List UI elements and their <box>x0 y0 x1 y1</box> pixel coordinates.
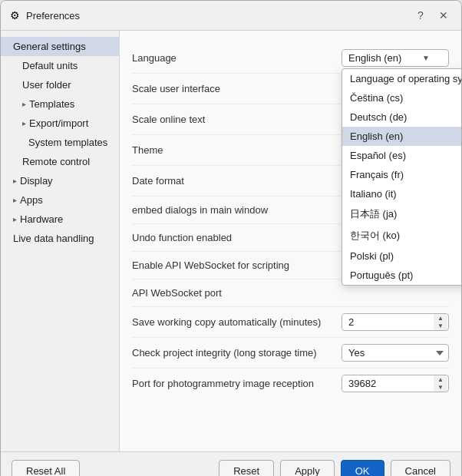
lang-option-ja[interactable]: 日本語 (ja) <box>342 203 461 225</box>
sidebar-item-system-templates[interactable]: System templates <box>1 133 119 152</box>
sidebar-label-display: Display <box>20 175 53 187</box>
title-bar: ⚙ Preferences ? ✕ <box>1 1 461 31</box>
lang-option-cs[interactable]: Čeština (cs) <box>342 88 461 107</box>
undo-function-label: Undo function enabled <box>132 232 342 243</box>
sidebar-item-user-folder[interactable]: User folder <box>1 75 119 94</box>
main-content: General settings Default units User fold… <box>1 31 461 451</box>
scale-ui-label: Scale user interface <box>132 83 342 94</box>
app-icon: ⚙ <box>10 9 20 21</box>
language-row: Language English (en) ▼ Language of oper… <box>132 43 449 74</box>
sidebar-label-apps: Apps <box>20 194 43 206</box>
sidebar-label-user-folder: User folder <box>22 79 71 91</box>
api-port-label: API WebSocket port <box>132 287 342 299</box>
dropdown-arrow-icon: ▼ <box>422 54 430 62</box>
save-working-copy-control: 2 ▲ ▼ <box>342 313 449 331</box>
sidebar-label-export-import: Export/import <box>29 117 88 129</box>
cancel-button[interactable]: Cancel <box>391 460 450 476</box>
lang-option-os[interactable]: Language of operating system <box>342 69 461 88</box>
sidebar-label-default-units: Default units <box>22 60 78 71</box>
title-bar-controls: ? ✕ <box>412 7 452 24</box>
sidebar-label-system-templates: System templates <box>28 137 107 148</box>
spinner-down-port[interactable]: ▼ <box>434 384 447 392</box>
language-select-wrapper: English (en) ▼ Language of operating sys… <box>342 49 449 67</box>
help-button[interactable]: ? <box>412 7 429 24</box>
chevron-display-icon: ▸ <box>13 177 17 185</box>
lang-option-de[interactable]: Deutsch (de) <box>342 107 461 127</box>
ok-button[interactable]: OK <box>341 460 384 476</box>
sidebar-item-templates[interactable]: ▸ Templates <box>1 94 119 114</box>
check-integrity-control: Yes <box>342 344 449 362</box>
sidebar-item-general-settings[interactable]: General settings <box>1 37 119 56</box>
lang-option-pt[interactable]: Português (pt) <box>342 266 461 285</box>
bottom-right-buttons: Reset Apply OK Cancel <box>219 460 450 476</box>
spinner-arrows-port: ▲ ▼ <box>434 375 447 392</box>
check-integrity-select[interactable]: Yes <box>342 344 449 362</box>
save-working-copy-spinner: 2 ▲ ▼ <box>342 313 449 331</box>
scale-text-label: Scale online text <box>132 114 342 125</box>
title-bar-left: ⚙ Preferences <box>10 9 80 21</box>
language-selected[interactable]: English (en) ▼ <box>342 49 449 67</box>
port-photogrammetry-control: 39682 ▲ ▼ <box>342 375 449 392</box>
lang-option-fr[interactable]: Français (fr) <box>342 165 461 184</box>
theme-label: Theme <box>132 144 342 156</box>
spinner-up-save[interactable]: ▲ <box>434 314 447 322</box>
chevron-hardware-icon: ▸ <box>13 215 17 223</box>
language-dropdown: Language of operating system Čeština (cs… <box>342 68 461 286</box>
lang-option-ko[interactable]: 한국어 (ko) <box>342 225 461 246</box>
sidebar-item-apps[interactable]: ▸ Apps <box>1 190 119 210</box>
sidebar-label-remote-control: Remote control <box>22 156 90 167</box>
port-photogrammetry-label: Port for photogrammetry image reception <box>132 378 342 389</box>
check-integrity-label: Check project integrity (long storage ti… <box>132 347 342 359</box>
lang-option-pl[interactable]: Polski (pl) <box>342 246 461 266</box>
check-integrity-row: Check project integrity (long storage ti… <box>132 338 449 369</box>
save-working-copy-input[interactable]: 2 <box>342 313 449 331</box>
chevron-export-icon: ▸ <box>22 119 26 127</box>
spinner-up-port[interactable]: ▲ <box>434 375 447 384</box>
sidebar-item-hardware[interactable]: ▸ Hardware <box>1 210 119 229</box>
sidebar-label-live-data-handling: Live data handling <box>13 233 94 244</box>
reset-button[interactable]: Reset <box>219 460 274 476</box>
apply-button[interactable]: Apply <box>280 460 335 476</box>
settings-panel: Language English (en) ▼ Language of oper… <box>120 31 461 451</box>
port-photogrammetry-spinner: 39682 ▲ ▼ <box>342 375 449 392</box>
spinner-down-save[interactable]: ▼ <box>434 322 447 331</box>
sidebar-item-remote-control[interactable]: Remote control <box>1 152 119 171</box>
sidebar-item-export-import[interactable]: ▸ Export/import <box>1 114 119 133</box>
save-working-copy-label: Save working copy automatically (minutes… <box>132 316 342 328</box>
save-working-copy-row: Save working copy automatically (minutes… <box>132 307 449 338</box>
api-websocket-label: Enable API WebSocket for scripting <box>132 259 342 271</box>
date-format-label: Date format <box>132 175 342 187</box>
lang-option-it[interactable]: Italiano (it) <box>342 184 461 203</box>
reset-all-button[interactable]: Reset All <box>12 460 80 476</box>
sidebar: General settings Default units User fold… <box>1 31 120 451</box>
chevron-apps-icon: ▸ <box>13 196 17 204</box>
sidebar-label-hardware: Hardware <box>20 213 63 225</box>
window-title: Preferences <box>26 10 80 21</box>
language-control: English (en) ▼ Language of operating sys… <box>342 49 449 67</box>
sidebar-item-display[interactable]: ▸ Display <box>1 171 119 190</box>
lang-option-en[interactable]: English (en) <box>342 127 461 146</box>
lang-option-es[interactable]: Español (es) <box>342 146 461 165</box>
spinner-arrows-save: ▲ ▼ <box>434 314 447 330</box>
language-label: Language <box>132 52 342 64</box>
port-photogrammetry-input[interactable]: 39682 <box>342 375 449 392</box>
sidebar-label-templates: Templates <box>29 98 74 110</box>
sidebar-item-live-data-handling[interactable]: Live data handling <box>1 229 119 248</box>
sidebar-item-default-units[interactable]: Default units <box>1 56 119 75</box>
chevron-templates-icon: ▸ <box>22 100 26 108</box>
embed-dialogs-label: embed dialogs in main window <box>132 204 342 216</box>
preferences-window: ⚙ Preferences ? ✕ General settings Defau… <box>0 0 462 476</box>
port-photogrammetry-row: Port for photogrammetry image reception … <box>132 369 449 398</box>
language-selected-value: English (en) <box>348 52 401 64</box>
close-button[interactable]: ✕ <box>435 7 452 24</box>
sidebar-label-general-settings: General settings <box>13 41 86 52</box>
bottom-bar: Reset All Reset Apply OK Cancel <box>1 451 461 476</box>
